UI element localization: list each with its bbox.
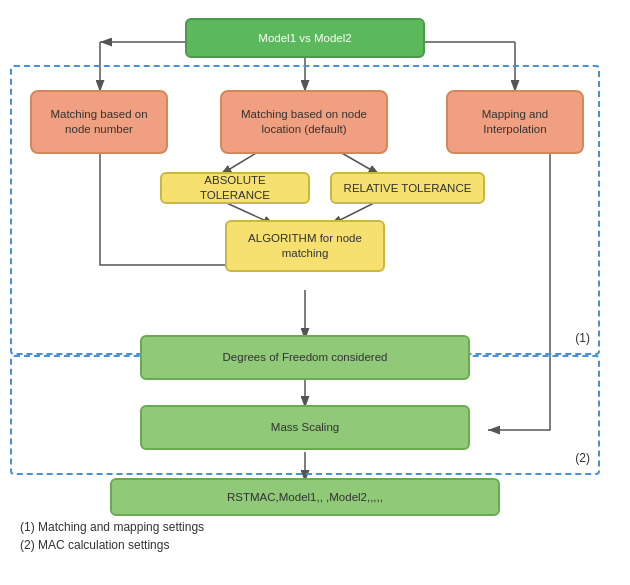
matching-node-location-node: Matching based on node location (default… xyxy=(220,90,388,154)
mapping-interpolation-node: Mapping and Interpolation xyxy=(446,90,584,154)
footnote2: (2) MAC calculation settings xyxy=(20,538,620,552)
region1-label: (1) xyxy=(575,331,590,345)
model-vs-model2-node: Model1 vs Model2 xyxy=(185,18,425,58)
matching-node-number-node: Matching based on node number xyxy=(30,90,168,154)
algorithm-node: ALGORITHM for node matching xyxy=(225,220,385,272)
absolute-tolerance-node: ABSOLUTE TOLERANCE xyxy=(160,172,310,204)
footnote1: (1) Matching and mapping settings xyxy=(20,520,620,534)
region2-label: (2) xyxy=(575,451,590,465)
mass-scaling-node: Mass Scaling xyxy=(140,405,470,450)
relative-tolerance-node: RELATIVE TOLERANCE xyxy=(330,172,485,204)
degrees-of-freedom-node: Degrees of Freedom considered xyxy=(140,335,470,380)
rstmac-node: RSTMAC,Model1,, ,Model2,,,,, xyxy=(110,478,500,516)
